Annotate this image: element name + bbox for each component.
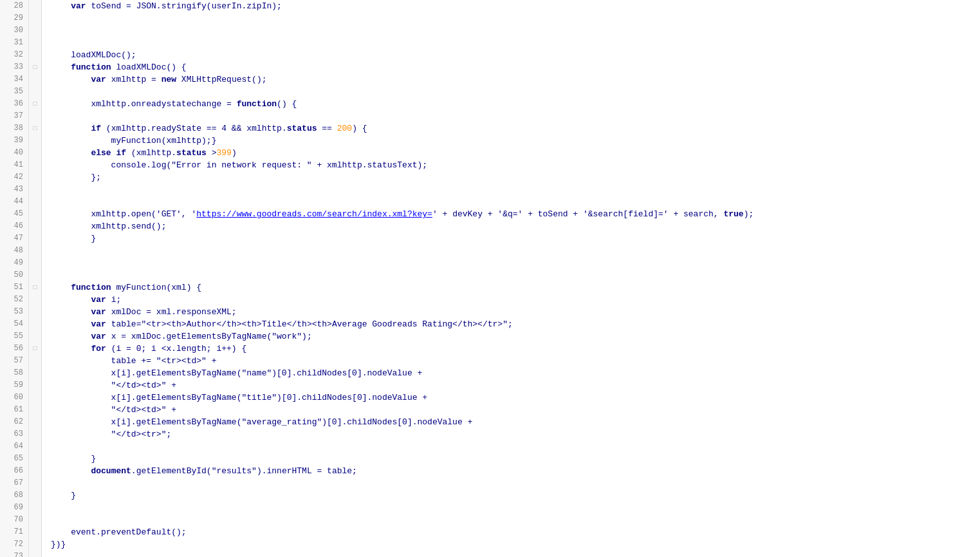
code-line: 28 var toSend = JSON.stringify(userIn.zi…: [0, 0, 980, 12]
fold-icon[interactable]: [29, 159, 42, 171]
code-text: "</td><td>" +: [42, 404, 980, 416]
line-number: 49: [0, 257, 29, 269]
code-text: [42, 257, 980, 269]
fold-icon[interactable]: [29, 147, 42, 159]
fold-icon[interactable]: □: [29, 98, 42, 110]
line-number: 34: [0, 73, 29, 86]
code-text: [42, 196, 980, 208]
code-text: [42, 477, 980, 489]
fold-icon[interactable]: [29, 367, 42, 379]
code-text: var xmlhttp = new XMLHttpRequest();: [42, 73, 980, 86]
fold-icon[interactable]: [29, 245, 42, 257]
code-text: var xmlDoc = xml.responseXML;: [42, 306, 980, 318]
code-text: [42, 269, 980, 281]
code-text: "</td><td>" +: [42, 379, 980, 392]
fold-icon[interactable]: □: [29, 122, 42, 135]
fold-icon[interactable]: [29, 135, 42, 147]
fold-icon[interactable]: [29, 465, 42, 477]
code-text: [42, 24, 980, 37]
fold-icon[interactable]: [29, 232, 42, 245]
fold-icon[interactable]: [29, 220, 42, 232]
line-number: 43: [0, 184, 29, 196]
fold-icon[interactable]: [29, 502, 42, 514]
fold-icon[interactable]: [29, 330, 42, 343]
fold-icon[interactable]: [29, 416, 42, 428]
line-number: 55: [0, 330, 29, 343]
code-text: table += "<tr><td>" +: [42, 355, 980, 367]
fold-icon[interactable]: [29, 514, 42, 526]
fold-icon[interactable]: [29, 404, 42, 416]
code-text: [42, 110, 980, 122]
code-text: "</td><tr>";: [42, 428, 980, 440]
code-line: 54 var table="<tr><th>Author</th><th>Tit…: [0, 318, 980, 330]
fold-icon[interactable]: [29, 392, 42, 404]
code-line: 29: [0, 12, 980, 24]
fold-icon[interactable]: □: [29, 281, 42, 294]
code-text: else if (xmlhttp.status >399): [42, 147, 980, 159]
code-line: 49: [0, 257, 980, 269]
fold-icon[interactable]: [29, 269, 42, 281]
fold-icon[interactable]: [29, 489, 42, 502]
code-text: document.getElementById("results").inner…: [42, 465, 980, 477]
fold-icon[interactable]: [29, 551, 42, 557]
fold-icon[interactable]: [29, 306, 42, 318]
code-line: 64: [0, 440, 980, 453]
fold-icon[interactable]: [29, 526, 42, 538]
fold-icon[interactable]: [29, 318, 42, 330]
fold-icon[interactable]: [29, 184, 42, 196]
fold-icon[interactable]: [29, 171, 42, 184]
code-line: 47 }: [0, 232, 980, 245]
code-line: 72})}: [0, 538, 980, 551]
fold-icon[interactable]: [29, 12, 42, 24]
fold-icon[interactable]: [29, 208, 42, 220]
line-number: 36: [0, 98, 29, 110]
fold-icon[interactable]: [29, 37, 42, 49]
line-number: 61: [0, 404, 29, 416]
line-number: 63: [0, 428, 29, 440]
fold-icon[interactable]: [29, 355, 42, 367]
fold-icon[interactable]: [29, 49, 42, 61]
line-number: 53: [0, 306, 29, 318]
line-number: 51: [0, 281, 29, 294]
fold-icon[interactable]: [29, 538, 42, 551]
fold-icon[interactable]: [29, 24, 42, 37]
fold-icon[interactable]: [29, 110, 42, 122]
fold-icon[interactable]: [29, 477, 42, 489]
code-text: })}: [42, 538, 980, 551]
line-number: 47: [0, 232, 29, 245]
fold-icon[interactable]: [29, 86, 42, 98]
line-number: 30: [0, 24, 29, 37]
code-line: 60 x[i].getElementsByTagName("title")[0]…: [0, 392, 980, 404]
code-text: var table="<tr><th>Author</th><th>Title<…: [42, 318, 980, 330]
fold-icon[interactable]: [29, 379, 42, 392]
code-line: 61 "</td><td>" +: [0, 404, 980, 416]
code-text: }: [42, 232, 980, 245]
line-number: 64: [0, 440, 29, 453]
fold-icon[interactable]: [29, 294, 42, 306]
fold-icon[interactable]: [29, 257, 42, 269]
code-text: };: [42, 171, 980, 184]
code-text: xmlhttp.open('GET', 'https://www.goodrea…: [42, 208, 980, 220]
code-line: 55 var x = xmlDoc.getElementsByTagName("…: [0, 330, 980, 343]
fold-icon[interactable]: □: [29, 61, 42, 73]
code-line: 48: [0, 245, 980, 257]
fold-icon[interactable]: [29, 428, 42, 440]
line-number: 33: [0, 61, 29, 73]
code-line: 46 xmlhttp.send();: [0, 220, 980, 232]
line-number: 48: [0, 245, 29, 257]
code-text: }: [42, 489, 980, 502]
fold-icon[interactable]: [29, 73, 42, 86]
fold-icon[interactable]: [29, 0, 42, 12]
code-line: 37: [0, 110, 980, 122]
fold-icon[interactable]: [29, 196, 42, 208]
fold-icon[interactable]: [29, 440, 42, 453]
line-number: 45: [0, 208, 29, 220]
line-number: 35: [0, 86, 29, 98]
code-line: 32 loadXMLDoc();: [0, 49, 980, 61]
code-text: [42, 12, 980, 24]
fold-icon[interactable]: □: [29, 343, 42, 355]
fold-icon[interactable]: [29, 453, 42, 465]
code-line: 62 x[i].getElementsByTagName("average_ra…: [0, 416, 980, 428]
code-text: loadXMLDoc();: [42, 49, 980, 61]
line-number: 65: [0, 453, 29, 465]
